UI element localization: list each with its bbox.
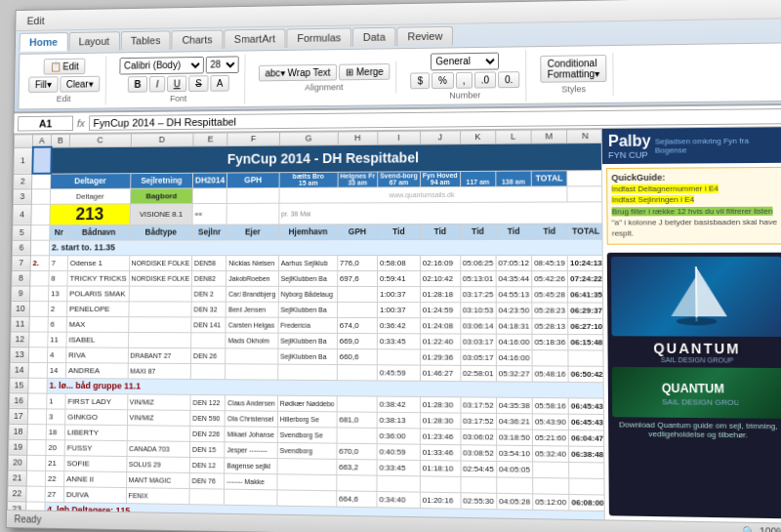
cell-t5-10: 05:28:23 (532, 302, 568, 317)
strikethrough-button[interactable]: S (188, 75, 208, 92)
tab-smartart[interactable]: SmartArt (224, 29, 286, 49)
row-num-7[interactable]: 7 (12, 255, 30, 270)
svg-marker-1 (671, 276, 696, 316)
spreadsheet[interactable]: A B C D E F G H I J K L M (7, 129, 604, 519)
col-header-i[interactable]: I (378, 131, 421, 144)
col-header-h[interactable]: H (338, 132, 378, 145)
underline-button[interactable]: U (167, 75, 187, 92)
cell-gph-16 (337, 395, 377, 412)
cell-owner-14 (226, 363, 278, 379)
table-row: 7 2. 7 Odense 1 NORDISKE FOLKE DEN58 Nic… (12, 255, 604, 270)
row-num-22[interactable]: 22 (8, 485, 26, 501)
tab-data[interactable]: Data (352, 27, 396, 47)
percent-button[interactable]: % (432, 72, 454, 89)
col-header-d[interactable]: D (131, 133, 193, 146)
row-num-15[interactable]: 15 (10, 378, 28, 393)
merge-button[interactable]: ⊞ Merge (339, 63, 390, 80)
col-header-row[interactable] (14, 135, 32, 147)
row-num-4[interactable]: 4 (13, 204, 31, 225)
tab-review[interactable]: Review (397, 26, 454, 47)
sheet-container: A B C D E F G H I J K L M (7, 129, 604, 519)
number-format-select[interactable]: General (431, 52, 499, 70)
font-size-select[interactable]: 28 (205, 56, 238, 73)
cell-t2-8: 02:10:42 (420, 270, 460, 286)
palby-logo: Palby FYN CUP (608, 133, 651, 160)
tab-home[interactable]: Home (20, 32, 68, 52)
col-header-l[interactable]: L (495, 130, 531, 143)
tab-tables[interactable]: Tables (120, 30, 171, 50)
cell-port-13: SejlKlubben Ba (278, 348, 338, 364)
cell-gph-14 (337, 364, 377, 380)
conditional-format-button[interactable]: ConditionalFormatting▾ (541, 55, 607, 83)
col-header-g[interactable]: G (279, 132, 338, 145)
wrap-text-button[interactable]: abc▾ Wrap Text (259, 63, 338, 81)
font-family-select[interactable]: Calibri (Body) (119, 56, 204, 74)
row-num-6[interactable]: 6 (12, 240, 30, 256)
row-num-8[interactable]: 8 (12, 270, 30, 286)
cell-t1-19: 0:40:59 (377, 443, 420, 460)
col-header-j[interactable]: J (420, 131, 460, 144)
col-header-f[interactable]: F (227, 132, 279, 145)
cell-port-21 (277, 473, 337, 490)
quickguide-box: QuickGuide: Indfast Deltagnernummer i E4… (606, 167, 781, 245)
row-num-1[interactable]: 1 (14, 147, 32, 174)
cell-t1-17: 0:38:13 (377, 412, 420, 429)
col-header-c[interactable]: C (69, 134, 131, 147)
font-color-button[interactable]: A (210, 74, 229, 91)
row-num-3[interactable]: 3 (13, 188, 31, 204)
row-num-18[interactable]: 18 (9, 424, 27, 439)
col-header-e[interactable]: E (193, 133, 227, 145)
row-num-5[interactable]: 5 (13, 225, 31, 240)
cell-gph-19: 670,0 (337, 443, 377, 460)
formula-input[interactable] (89, 108, 781, 131)
row-num-17[interactable]: 17 (9, 408, 27, 424)
cell-t3-7: 05:06:25 (460, 255, 496, 270)
bold-button[interactable]: B (128, 76, 148, 93)
cell-a2 (32, 174, 51, 189)
tab-formulas[interactable]: Formulas (287, 27, 352, 48)
comma-button[interactable]: , (456, 71, 473, 88)
menu-edit[interactable]: Edit (20, 13, 52, 28)
cell-a3 (31, 188, 50, 204)
currency-button[interactable]: $ (411, 72, 430, 89)
row-num-2[interactable]: 2 (14, 174, 32, 189)
row-num-19[interactable]: 19 (9, 439, 27, 455)
cell-total-20 (569, 462, 604, 478)
decrease-decimal-button[interactable]: 0. (498, 71, 520, 88)
col-header-a[interactable]: A (32, 135, 51, 147)
cell-t5-21 (533, 477, 569, 494)
guide-highlight-1: Indfast Deltagnernummer i E4 (611, 184, 719, 194)
col-header-n[interactable]: N (567, 129, 604, 143)
cell-dh-sub (192, 187, 226, 203)
cell-owner-9: Carl Brandbjerg (226, 286, 279, 302)
clear-button[interactable]: Clear▾ (60, 76, 100, 93)
fill-button[interactable]: Fill▾ (28, 76, 58, 93)
cell-117: 117 am (460, 171, 495, 186)
col-header-m[interactable]: M (531, 130, 567, 143)
increase-decimal-button[interactable]: .0 (474, 71, 496, 88)
cell-reference[interactable] (18, 115, 73, 131)
paste-button[interactable]: 📋 Edit (43, 59, 85, 75)
row-num-11[interactable]: 11 (11, 316, 29, 332)
col-header-b[interactable]: B (51, 134, 69, 146)
cell-t1-8: 0:59:41 (377, 270, 420, 286)
cell-n3 (567, 185, 604, 201)
cell-place-18 (27, 424, 46, 439)
row-num-21[interactable]: 21 (8, 470, 26, 485)
row-num-10[interactable]: 10 (11, 301, 29, 316)
row-num-12[interactable]: 12 (11, 331, 29, 347)
cell-a1[interactable] (32, 147, 51, 174)
cell-sail-14 (190, 363, 226, 379)
row-num-14[interactable]: 14 (10, 362, 28, 378)
row-num-16[interactable]: 16 (9, 392, 27, 408)
row-num-13[interactable]: 13 (10, 347, 28, 362)
cell-place-13 (28, 347, 47, 362)
row-num-20[interactable]: 20 (8, 455, 26, 471)
tab-layout[interactable]: Layout (68, 31, 120, 51)
tab-charts[interactable]: Charts (172, 30, 224, 50)
italic-button[interactable]: I (149, 75, 165, 92)
col-header-k[interactable]: K (460, 130, 495, 143)
row-num-9[interactable]: 9 (11, 285, 29, 301)
group-alignment: abc▾ Wrap Text ⊞ Merge Alignment (253, 61, 397, 94)
cell-group-1: 2. start to. 11.35 (49, 239, 603, 256)
